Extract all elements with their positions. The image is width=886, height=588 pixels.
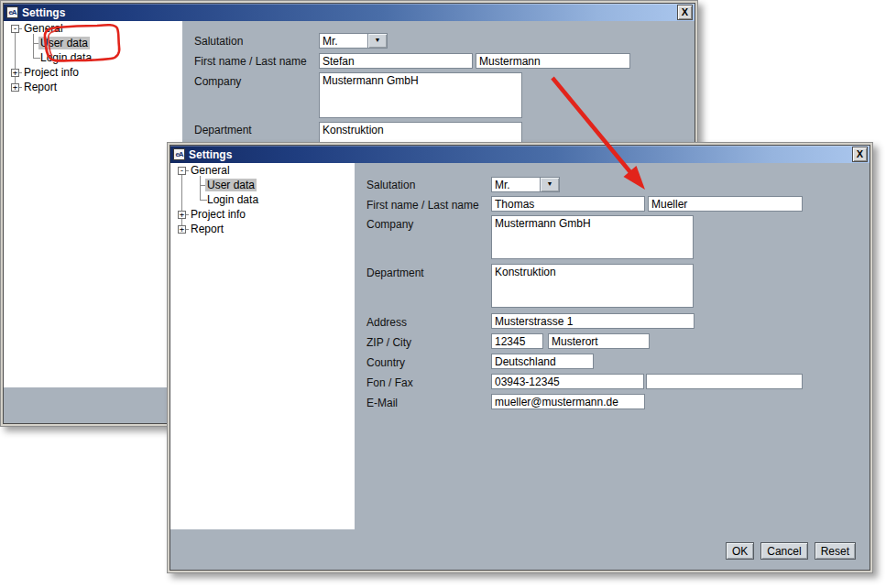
zip-city-label: ZIP / City (366, 336, 411, 349)
address-label: Address (366, 316, 407, 329)
chevron-down-icon[interactable]: ▼ (367, 33, 388, 49)
tree-item-user-data[interactable]: User data (38, 38, 90, 49)
zip-field[interactable] (491, 333, 543, 349)
first-name-field[interactable] (491, 196, 645, 212)
tree-item-label: Project info (189, 208, 247, 221)
salutation-select[interactable]: Mr. ▼ (319, 33, 388, 49)
settings-window-front: eA Settings X OK Cancel Reset (167, 142, 873, 573)
tree-item-label: General (22, 22, 65, 35)
tree-item-label: User data (205, 179, 257, 191)
reset-button[interactable]: Reset (815, 542, 856, 560)
tree-expander-project-info[interactable]: + (178, 211, 186, 219)
window-title: Settings (189, 148, 852, 161)
app-icon: eA (6, 6, 18, 18)
tree-item-general[interactable]: General (189, 165, 232, 177)
city-field[interactable] (548, 333, 650, 349)
tree-item-report[interactable]: Report (189, 223, 225, 235)
country-label: Country (366, 356, 405, 369)
salutation-label: Salutation (194, 35, 243, 48)
chevron-down-icon[interactable]: ▼ (540, 177, 560, 192)
tree-expander-report[interactable]: + (11, 83, 19, 92)
tree-item-label: Login data (205, 193, 260, 206)
tree-expander-report[interactable]: + (178, 225, 186, 234)
tree-item-project-info[interactable]: Project info (22, 67, 81, 79)
tree-item-login-data[interactable]: Login data (38, 52, 93, 64)
last-name-field[interactable] (648, 196, 803, 212)
window-titlebar[interactable]: eA Settings X (170, 146, 870, 163)
email-label: E-Mail (366, 397, 398, 409)
tree-item-general[interactable]: General (22, 23, 65, 35)
tree-item-label: Project info (22, 66, 81, 79)
company-field[interactable]: Mustermann GmbH (491, 215, 694, 259)
tree-item-label: General (189, 164, 232, 177)
close-icon[interactable]: X (852, 147, 868, 162)
salutation-select[interactable]: Mr. ▼ (491, 177, 560, 192)
department-label: Department (366, 267, 424, 279)
address-field[interactable] (491, 313, 695, 329)
window-frame: eA Settings X OK Cancel Reset (170, 145, 870, 571)
company-field[interactable]: Mustermann GmbH (319, 72, 522, 118)
name-label: First name / Last name (194, 55, 307, 68)
tree-item-project-info[interactable]: Project info (189, 209, 247, 221)
first-name-field[interactable] (319, 53, 473, 69)
tree-expander-project-info[interactable]: + (11, 69, 19, 77)
window-content: OK Cancel Reset - + + General User (170, 163, 870, 570)
close-icon[interactable]: X (677, 5, 693, 20)
navigation-tree: - + + General User data Login data Proje… (4, 21, 182, 387)
fon-fax-label: Fon / Fax (366, 376, 413, 389)
tree-item-user-data[interactable]: User data (205, 180, 257, 191)
fon-field[interactable] (491, 374, 644, 389)
tree-item-label: Report (189, 223, 225, 235)
name-label: First name / Last name (366, 199, 479, 212)
app-icon: eA (173, 148, 185, 160)
tree-item-report[interactable]: Report (22, 82, 59, 93)
salutation-value: Mr. (491, 177, 540, 192)
tree-item-label: Report (22, 81, 59, 93)
company-label: Company (194, 75, 241, 88)
button-bar: OK Cancel Reset (170, 529, 870, 570)
tree-item-label: Login data (38, 51, 93, 64)
email-field[interactable] (491, 394, 645, 409)
salutation-label: Salutation (366, 179, 415, 191)
tree-item-login-data[interactable]: Login data (205, 194, 260, 206)
department-field[interactable]: Konstruktion (491, 264, 694, 308)
ok-button[interactable]: OK (726, 542, 754, 560)
tree-expander-general[interactable]: - (11, 25, 19, 33)
company-label: Company (366, 218, 413, 231)
salutation-value: Mr. (319, 33, 367, 49)
tree-item-label: User data (38, 37, 90, 49)
window-title: Settings (22, 6, 677, 19)
navigation-tree: - + + General User data Login data Proje… (170, 163, 355, 529)
cancel-button[interactable]: Cancel (760, 542, 807, 560)
window-titlebar[interactable]: eA Settings X (4, 4, 695, 21)
country-field[interactable] (491, 354, 594, 369)
fax-field[interactable] (646, 374, 803, 389)
tree-expander-general[interactable]: - (178, 167, 186, 175)
last-name-field[interactable] (476, 53, 630, 69)
department-label: Department (194, 124, 252, 136)
